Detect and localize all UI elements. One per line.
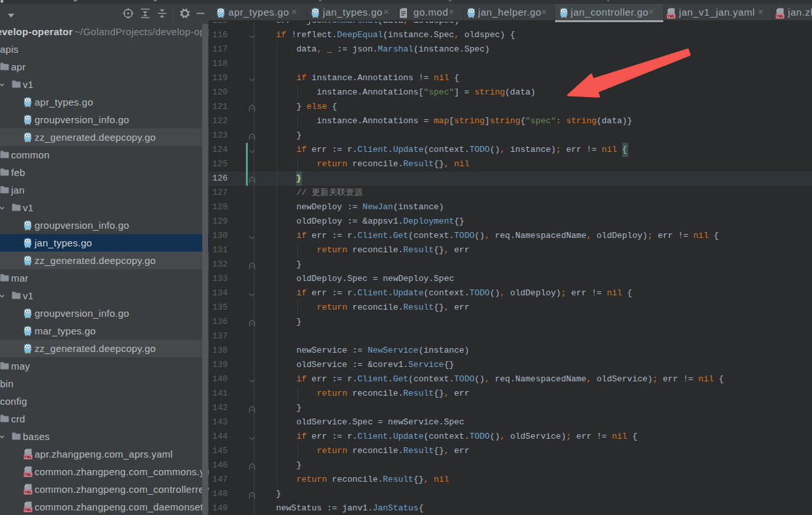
svg-text:YML: YML xyxy=(24,455,33,459)
svg-text:YML: YML xyxy=(776,14,784,18)
svg-text:YML: YML xyxy=(667,14,675,18)
svg-text:YML: YML xyxy=(24,490,33,494)
svg-text:YML: YML xyxy=(24,508,33,512)
svg-text:YML: YML xyxy=(24,473,33,477)
